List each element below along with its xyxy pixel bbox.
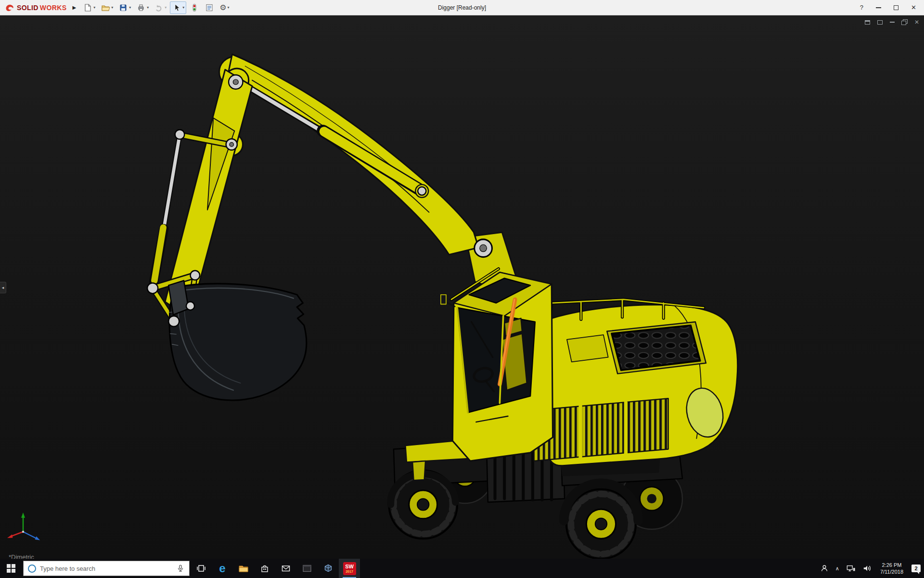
help-button[interactable]: ? [860, 4, 863, 11]
store-button[interactable] [254, 559, 275, 578]
window-icon [877, 20, 883, 25]
wheel-rear-near [566, 489, 636, 559]
cube-app-button[interactable] [318, 559, 339, 578]
search-input[interactable] [40, 565, 172, 572]
windows-taskbar: e SW 2017 [0, 559, 924, 578]
print-icon [136, 3, 146, 13]
new-document-button[interactable]: ▾ [81, 1, 97, 14]
viewport-canvas [0, 15, 924, 559]
solidworks-swirl-icon [5, 3, 15, 12]
hidden-icons-button[interactable]: ∧ [832, 559, 843, 578]
system-tray: ∧ 2:26 PM 7/11/2018 2 [817, 559, 924, 578]
boom-hydraulic-cylinder [241, 82, 429, 197]
file-explorer-button[interactable] [233, 559, 254, 578]
solidworks-app-icon: SW 2017 [343, 562, 356, 575]
document-window-controls: ✕ [865, 19, 919, 26]
network-button[interactable] [843, 559, 859, 578]
save-floppy-icon [118, 3, 128, 13]
select-tool-button[interactable]: ▾ [170, 1, 186, 14]
volume-button[interactable] [859, 559, 875, 578]
solidworks-logo: SOLIDWORKS [0, 3, 69, 12]
file-explorer-icon [238, 564, 249, 573]
edge-button[interactable]: e [212, 559, 233, 578]
menu-flyout-arrow-icon[interactable]: ▶ [72, 5, 76, 10]
z-axis-arrow [35, 537, 40, 540]
action-center-icon: 2 [911, 565, 921, 572]
microphone-icon[interactable] [176, 564, 185, 573]
file-properties-icon [205, 3, 214, 13]
new-document-icon [83, 3, 92, 13]
options-button[interactable]: ⚙ ▾ [218, 1, 231, 13]
document-title: Digger [Read-only] [438, 0, 486, 15]
y-axis-arrow [21, 512, 25, 518]
people-button[interactable] [817, 559, 832, 578]
clock[interactable]: 2:26 PM 7/11/2018 [875, 559, 908, 578]
mail-icon [281, 564, 291, 573]
notification-badge: 2 [911, 565, 921, 572]
minimize-button[interactable] [876, 7, 881, 8]
doc-restore-button[interactable] [902, 20, 907, 25]
gear-icon: ⚙ [219, 3, 226, 12]
file-properties-button[interactable] [203, 1, 216, 14]
brand-solid: SOLID [17, 4, 38, 12]
store-icon [260, 564, 270, 573]
edge-icon: e [219, 562, 225, 575]
task-view-button[interactable] [191, 559, 212, 578]
graphics-viewport[interactable]: ✕ ◂ [0, 15, 924, 559]
orientation-triad [7, 511, 45, 544]
taskbar-search[interactable] [23, 561, 190, 576]
undo-icon [154, 3, 164, 13]
network-icon [846, 564, 856, 573]
solidworks-app-button[interactable]: SW 2017 [339, 559, 360, 578]
window-icon [865, 20, 870, 25]
rebuild-stoplight-icon [190, 3, 199, 13]
people-icon [820, 564, 829, 573]
titlebar: SOLIDWORKS ▶ ▾ ▾ ▾ [0, 0, 924, 15]
speaker-icon [862, 564, 872, 573]
cube-app-icon [323, 564, 333, 573]
maximize-icon [894, 5, 898, 10]
tile-window-button[interactable] [877, 20, 883, 25]
minimize-icon [890, 22, 895, 23]
rebuild-button[interactable] [188, 1, 201, 14]
mirror [441, 295, 446, 304]
dark-app-button[interactable] [296, 559, 318, 578]
quick-access-toolbar: ▾ ▾ ▾ ▾ [81, 1, 231, 14]
doc-close-button[interactable]: ✕ [914, 19, 919, 26]
select-cursor-icon [172, 3, 181, 13]
open-button[interactable]: ▾ [99, 1, 115, 14]
deck-hatch [567, 335, 608, 362]
restore-icon [902, 20, 907, 25]
tray-date: 7/11/2018 [880, 568, 903, 575]
minimize-icon [876, 7, 881, 8]
mail-button[interactable] [275, 559, 296, 578]
cortana-icon [28, 565, 36, 573]
windows-logo-icon [7, 564, 15, 573]
start-button[interactable] [0, 559, 22, 578]
maximize-button[interactable] [894, 5, 898, 10]
save-button[interactable]: ▾ [116, 1, 133, 14]
excavator-model[interactable] [147, 54, 738, 559]
featuremanager-flyout-tab[interactable]: ◂ [0, 282, 6, 293]
doc-minimize-button[interactable] [890, 22, 895, 23]
undo-button[interactable]: ▾ [152, 1, 168, 14]
view-orientation-label: *Dimetric [9, 553, 34, 559]
action-center-button[interactable]: 2 [908, 559, 924, 578]
window-controls: ? ✕ [860, 4, 924, 11]
x-axis-arrow [7, 535, 13, 539]
new-window-button[interactable] [865, 20, 870, 25]
open-folder-icon [101, 3, 110, 13]
tray-time: 2:26 PM [882, 562, 901, 568]
chevron-up-icon: ∧ [835, 565, 839, 572]
print-button[interactable]: ▾ [134, 1, 151, 14]
app-window-dark-icon [302, 564, 312, 573]
brand-works: WORKS [40, 4, 67, 12]
close-button[interactable]: ✕ [911, 4, 916, 11]
task-view-icon [196, 564, 206, 573]
front-fender-support [412, 461, 425, 480]
